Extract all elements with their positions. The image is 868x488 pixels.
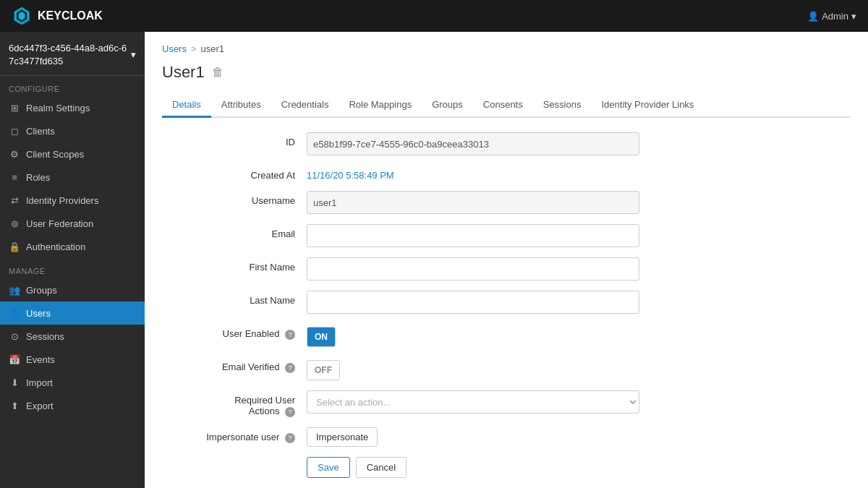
email-verified-toggle[interactable]: OFF bbox=[307, 360, 340, 380]
sidebar-item-label: Events bbox=[26, 354, 55, 365]
form-row-required-actions: Required User Actions ? Select an action… bbox=[162, 390, 851, 417]
required-actions-label: Required User Actions ? bbox=[162, 390, 307, 417]
sidebar-item-clients[interactable]: ◻ Clients bbox=[0, 119, 145, 142]
user-label: Admin bbox=[822, 11, 848, 22]
impersonate-button[interactable]: Impersonate bbox=[307, 427, 378, 447]
save-button[interactable]: Save bbox=[307, 457, 350, 478]
tab-details[interactable]: Details bbox=[162, 93, 211, 118]
created-at-value: 11/16/20 5:58:49 PM bbox=[307, 166, 639, 181]
sidebar-item-label: Import bbox=[26, 377, 53, 388]
sidebar-item-label: Realm Settings bbox=[26, 103, 90, 114]
impersonate-help-icon[interactable]: ? bbox=[285, 433, 295, 443]
tab-consents[interactable]: Consents bbox=[473, 93, 533, 118]
sidebar: 6dc447f3-c456-44a8-ad6c-67c3477fd635 ▾ C… bbox=[0, 32, 145, 488]
page-title-row: User1 🗑 bbox=[162, 63, 851, 82]
breadcrumb-separator: > bbox=[191, 43, 197, 54]
email-field-wrap bbox=[307, 224, 639, 247]
sidebar-item-events[interactable]: 📅 Events bbox=[0, 348, 145, 371]
realm-settings-icon: ⊞ bbox=[9, 102, 20, 114]
user-icon: 👤 bbox=[807, 11, 819, 22]
form-row-impersonate: Impersonate user ? Impersonate bbox=[162, 427, 851, 447]
navbar: KEYCLOAK 👤 Admin ▾ bbox=[0, 0, 868, 32]
delete-user-button[interactable]: 🗑 bbox=[212, 66, 224, 79]
sidebar-item-label: Users bbox=[26, 308, 51, 319]
toggle-on-label: ON bbox=[307, 328, 335, 346]
realm-selector[interactable]: 6dc447f3-c456-44a8-ad6c-67c3477fd635 ▾ bbox=[0, 32, 145, 76]
breadcrumb-parent[interactable]: Users bbox=[162, 43, 187, 54]
configure-section-label: Configure bbox=[0, 76, 145, 96]
manage-section-label: Manage bbox=[0, 258, 145, 278]
events-icon: 📅 bbox=[9, 354, 20, 365]
impersonate-btn-wrap: Impersonate bbox=[307, 427, 639, 447]
tab-credentials[interactable]: Credentials bbox=[271, 93, 339, 118]
sidebar-item-roles[interactable]: ≡ Roles bbox=[0, 166, 145, 189]
required-actions-help-icon[interactable]: ? bbox=[285, 407, 295, 417]
required-actions-select[interactable]: Select an action... bbox=[307, 390, 639, 414]
chevron-down-icon: ▾ bbox=[851, 11, 856, 22]
form-row-user-enabled: User Enabled ? ON bbox=[162, 324, 851, 347]
breadcrumb-current: user1 bbox=[201, 43, 225, 54]
created-at-label: Created At bbox=[162, 166, 307, 181]
sidebar-item-sessions[interactable]: ⊙ Sessions bbox=[0, 325, 145, 348]
sidebar-item-export[interactable]: ⬆ Export bbox=[0, 394, 145, 417]
identity-providers-icon: ⇄ bbox=[9, 194, 20, 206]
email-verified-label: Email Verified ? bbox=[162, 357, 307, 373]
keycloak-logo-icon bbox=[12, 6, 32, 26]
authentication-icon: 🔒 bbox=[9, 241, 20, 252]
sidebar-item-label: Identity Providers bbox=[26, 195, 98, 206]
page-title: User1 bbox=[162, 63, 205, 82]
export-icon: ⬆ bbox=[9, 400, 20, 411]
last-name-field[interactable] bbox=[307, 291, 639, 314]
sidebar-item-identity-providers[interactable]: ⇄ Identity Providers bbox=[0, 189, 145, 212]
sidebar-item-label: Groups bbox=[26, 285, 57, 296]
email-verified-toggle-wrap: OFF bbox=[307, 357, 639, 380]
user-enabled-label: User Enabled ? bbox=[162, 324, 307, 340]
clients-icon: ◻ bbox=[9, 125, 20, 137]
email-field[interactable] bbox=[307, 224, 639, 247]
users-icon: 👤 bbox=[9, 307, 20, 319]
last-name-field-wrap bbox=[307, 291, 639, 314]
sidebar-item-users[interactable]: 👤 Users bbox=[0, 301, 145, 325]
tab-sessions[interactable]: Sessions bbox=[533, 93, 592, 118]
first-name-field[interactable] bbox=[307, 257, 639, 281]
tab-groups[interactable]: Groups bbox=[422, 93, 473, 118]
sidebar-item-authentication[interactable]: 🔒 Authentication bbox=[0, 235, 145, 258]
user-enabled-help-icon[interactable]: ? bbox=[285, 330, 295, 340]
email-verified-help-icon[interactable]: ? bbox=[285, 363, 295, 373]
form-row-email: Email bbox=[162, 224, 851, 247]
required-actions-field-wrap: Select an action... bbox=[307, 390, 639, 414]
form-row-email-verified: Email Verified ? OFF bbox=[162, 357, 851, 380]
impersonate-label: Impersonate user ? bbox=[162, 427, 307, 443]
sidebar-item-client-scopes[interactable]: ⚙ Client Scopes bbox=[0, 142, 145, 166]
tab-role-mappings[interactable]: Role Mappings bbox=[339, 93, 422, 118]
sidebar-item-label: User Federation bbox=[26, 218, 93, 229]
sidebar-item-realm-settings[interactable]: ⊞ Realm Settings bbox=[0, 96, 145, 119]
cancel-button[interactable]: Cancel bbox=[356, 457, 407, 478]
user-enabled-toggle[interactable]: ON bbox=[307, 327, 336, 347]
sidebar-item-label: Roles bbox=[26, 172, 50, 183]
form-row-username: Username bbox=[162, 191, 851, 214]
username-label: Username bbox=[162, 191, 307, 206]
realm-arrow-icon: ▾ bbox=[131, 48, 136, 61]
form-row-first-name: First Name bbox=[162, 257, 851, 281]
roles-icon: ≡ bbox=[9, 171, 20, 183]
breadcrumb: Users > user1 bbox=[162, 43, 851, 54]
sidebar-item-user-federation[interactable]: ⊚ User Federation bbox=[0, 212, 145, 235]
user-menu[interactable]: 👤 Admin ▾ bbox=[807, 11, 856, 22]
tab-attributes[interactable]: Attributes bbox=[211, 93, 271, 118]
sidebar-item-import[interactable]: ⬇ Import bbox=[0, 371, 145, 394]
sidebar-item-label: Authentication bbox=[26, 241, 85, 252]
email-label: Email bbox=[162, 224, 307, 239]
tab-identity-provider-links[interactable]: Identity Provider Links bbox=[591, 93, 704, 118]
sidebar-item-groups[interactable]: 👥 Groups bbox=[0, 278, 145, 301]
sidebar-item-label: Sessions bbox=[26, 331, 64, 342]
main-content: Users > user1 User1 🗑 Details Attributes… bbox=[145, 32, 868, 488]
username-field-wrap bbox=[307, 191, 639, 214]
id-field-wrap bbox=[307, 132, 639, 155]
username-field[interactable] bbox=[307, 191, 639, 214]
client-scopes-icon: ⚙ bbox=[9, 148, 20, 160]
id-field bbox=[307, 132, 639, 155]
form-row-created-at: Created At 11/16/20 5:58:49 PM bbox=[162, 166, 851, 181]
tabs: Details Attributes Credentials Role Mapp… bbox=[162, 93, 851, 118]
form-row-id: ID bbox=[162, 132, 851, 155]
